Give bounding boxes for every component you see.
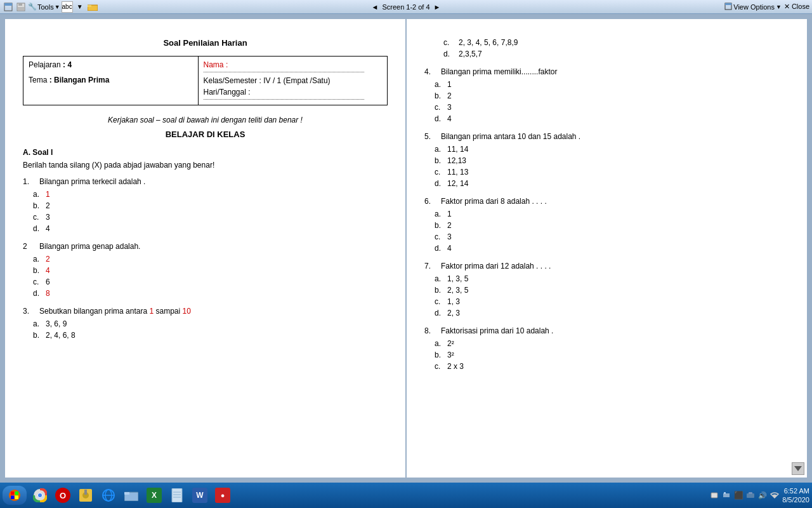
taskbar-app-excel[interactable]: X bbox=[143, 485, 165, 505]
pelajaran-value: : 4 bbox=[63, 60, 72, 69]
svg-rect-10 bbox=[11, 491, 15, 495]
question-5-text: 5. Bilangan prima antara 10 dan 15 adala… bbox=[424, 131, 789, 142]
option-8b: b.3² bbox=[435, 349, 789, 361]
taskbar-app-red[interactable]: ● bbox=[212, 485, 233, 505]
option-6a: a.1 bbox=[435, 208, 789, 220]
option-8a: a.2² bbox=[435, 338, 789, 349]
tema-label: Tema bbox=[29, 76, 47, 84]
chrome-icon bbox=[32, 488, 48, 503]
page-left: Soal Penilaian Harian Pelajaran : 4 Tema… bbox=[5, 19, 405, 478]
folder-icon[interactable] bbox=[87, 1, 98, 13]
svg-rect-35 bbox=[749, 492, 752, 494]
nama-label: Nama bbox=[204, 60, 224, 69]
option-7d: d.2, 3 bbox=[435, 307, 789, 319]
taskbar-app-chrome[interactable] bbox=[29, 485, 51, 505]
svg-rect-11 bbox=[15, 491, 19, 495]
svg-rect-27 bbox=[172, 488, 182, 502]
view-options-arrow: ▼ bbox=[776, 4, 782, 10]
option-6d: d.4 bbox=[435, 243, 789, 254]
svg-rect-20 bbox=[84, 490, 87, 495]
scroll-down-button[interactable] bbox=[792, 462, 804, 475]
question-6-text: 6. Faktor prima dari 8 adalah . . . . bbox=[424, 196, 789, 207]
close-button[interactable]: ✕ Close bbox=[784, 3, 809, 11]
option-5a: a.11, 14 bbox=[435, 144, 789, 155]
close-label: Close bbox=[792, 3, 809, 10]
opera-icon: O bbox=[55, 488, 70, 503]
option-1c: c.3 bbox=[33, 211, 388, 223]
taskbar-app-opera[interactable]: O bbox=[52, 485, 74, 505]
question-5: 5. Bilangan prima antara 10 dan 15 adala… bbox=[424, 131, 789, 189]
network-icon[interactable] bbox=[769, 490, 780, 500]
svg-rect-8 bbox=[725, 3, 731, 5]
kelas-label: Kelas/Semester bbox=[204, 76, 258, 85]
svg-rect-4 bbox=[18, 7, 24, 10]
option-5c: c.11, 13 bbox=[435, 166, 789, 178]
save-icon[interactable] bbox=[15, 1, 27, 13]
window-icon bbox=[3, 1, 14, 13]
question-3-options: a.3, 6, 9 b.2, 4, 6, 8 bbox=[23, 318, 388, 341]
option-6c: c.3 bbox=[435, 231, 789, 243]
nama-row: Nama : bbox=[204, 59, 382, 70]
tray-icon-2[interactable] bbox=[721, 490, 731, 500]
taskbar: O bbox=[0, 483, 812, 508]
taskbar-app-folder[interactable] bbox=[121, 485, 142, 505]
taskbar-app-files[interactable] bbox=[166, 485, 188, 505]
page-title: Soal Penilaian Harian bbox=[23, 37, 388, 50]
question-8-text: 8. Faktorisasi prima dari 10 adalah . bbox=[424, 325, 789, 337]
soal-label: A. Soal I bbox=[23, 147, 388, 158]
view-options-label: View Options bbox=[733, 3, 775, 11]
option-6b: b.2 bbox=[435, 220, 789, 231]
taskbar-app-word[interactable]: W bbox=[189, 485, 211, 505]
question-2-text: 2 Bilangan prima genap adalah. bbox=[23, 241, 388, 252]
option-3c: c.2, 3, 4, 5, 6, 7,8,9 bbox=[443, 37, 789, 48]
next-page-btn[interactable]: ► bbox=[433, 3, 442, 11]
option-7b: b.2, 3, 5 bbox=[435, 284, 789, 296]
question-1-options: a.1 b.2 c.3 d.4 bbox=[23, 189, 388, 234]
nama-line bbox=[204, 72, 364, 72]
question-6-options: a.1 b.2 c.3 d.4 bbox=[424, 208, 789, 254]
abc-icon[interactable]: abc bbox=[62, 1, 73, 13]
sys-icons: ⬛ 🔊 bbox=[709, 490, 780, 500]
tray-icon-1[interactable] bbox=[709, 490, 719, 500]
close-x-icon: ✕ bbox=[784, 3, 790, 10]
tray-icon-4[interactable] bbox=[745, 490, 756, 500]
right-col-content: c.2, 3, 4, 5, 6, 7,8,9 d.2,3,5,7 4. Bila… bbox=[424, 37, 789, 372]
kelas-row: Kelas/Semester : IV / 1 (Empat /Satu) bbox=[204, 75, 382, 86]
section-title: BELAJAR DI KELAS bbox=[23, 128, 388, 141]
prev-page-btn[interactable]: ◄ bbox=[370, 3, 380, 11]
toolbar-left: 🔧 Tools ▼ abc ▼ bbox=[3, 1, 98, 13]
question-7-text: 7. Faktor prima dari 12 adalah . . . . bbox=[424, 260, 789, 272]
ie-icon bbox=[101, 488, 116, 503]
start-button[interactable] bbox=[3, 486, 27, 505]
header-right-col: Nama : Kelas/Semester : IV / 1 (Empat /S… bbox=[198, 56, 387, 105]
option-2b: b.4 bbox=[33, 265, 388, 276]
taskbar-app-ie[interactable] bbox=[98, 485, 119, 505]
tools-arrow: ▼ bbox=[55, 4, 60, 10]
option-5b: b.12,13 bbox=[435, 155, 789, 166]
question-8: 8. Faktorisasi prima dari 10 adalah . a.… bbox=[424, 325, 789, 372]
tools-menu[interactable]: 🔧 Tools ▼ bbox=[28, 3, 60, 11]
view-options-button[interactable]: View Options ▼ bbox=[724, 3, 782, 11]
windows-logo-icon bbox=[9, 490, 20, 501]
hari-label: Hari/Tanggal bbox=[204, 88, 246, 97]
question-6: 6. Faktor prima dari 8 adalah . . . . a.… bbox=[424, 196, 789, 254]
option-1a: a.1 bbox=[33, 189, 388, 200]
tray-icon-5[interactable]: 🔊 bbox=[757, 490, 768, 500]
soal-instruction: Berilah tanda silang (X) pada abjad jawa… bbox=[23, 159, 388, 171]
clock[interactable]: 6:52 AM 8/5/2020 bbox=[782, 486, 809, 505]
word-icon: W bbox=[192, 488, 207, 503]
pelajaran-label: Pelajaran bbox=[29, 60, 61, 69]
option-1d: d.4 bbox=[33, 223, 388, 234]
excel-icon: X bbox=[147, 488, 162, 503]
taskbar-app-paint[interactable] bbox=[75, 485, 96, 505]
svg-point-17 bbox=[38, 493, 42, 497]
header-left-col: Pelajaran : 4 Tema : Bilangan Prima bbox=[23, 56, 199, 105]
svg-rect-3 bbox=[18, 3, 22, 6]
svg-rect-6 bbox=[88, 5, 91, 7]
kelas-value: : IV / 1 (Empat /Satu) bbox=[259, 76, 331, 85]
arrow-icon: ▼ bbox=[74, 1, 86, 13]
question-8-options: a.2² b.3² c.2 x 3 bbox=[424, 338, 789, 372]
red-app-icon: ● bbox=[215, 488, 230, 503]
tray-icon-3[interactable]: ⬛ bbox=[733, 490, 743, 500]
tools-label[interactable]: Tools bbox=[37, 3, 54, 11]
